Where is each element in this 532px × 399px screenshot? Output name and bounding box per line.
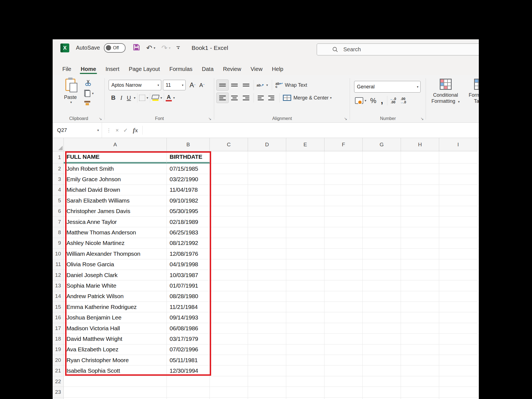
merge-center-button[interactable]: Merge & Center ▾ [281,93,333,103]
italic-button[interactable]: I [117,94,125,101]
cell-B12[interactable]: 10/03/1987 [167,270,210,280]
row-header-21[interactable]: 21 [53,365,64,376]
copy-button[interactable]: ▾ [84,90,94,97]
cell-A7[interactable]: Jessica Anne Taylor [64,217,167,227]
cell-B22[interactable] [167,376,210,387]
cell-G13[interactable] [363,280,401,291]
cell-H20[interactable] [401,355,439,365]
cell-A5[interactable]: Sarah Elizabeth Williams [64,195,167,206]
cell-I19[interactable] [439,344,477,355]
cell-I11[interactable] [439,259,477,270]
cell-A18[interactable]: David Matthew Wright [64,334,167,344]
cell-E1[interactable] [286,151,324,163]
clipboard-dialog-launcher-icon[interactable]: ↘ [99,116,102,121]
cell-E12[interactable] [286,270,324,280]
row-header-15[interactable]: 15 [53,302,64,312]
cell-E9[interactable] [286,238,324,249]
cell-C15[interactable] [210,302,248,312]
undo-icon[interactable]: ↶ [146,44,152,52]
cell-G16[interactable] [363,312,401,323]
cell-D5[interactable] [248,195,286,206]
cell-D2[interactable] [248,163,286,174]
cell-I18[interactable] [439,334,477,344]
cell-H11[interactable] [401,259,439,270]
cell-I17[interactable] [439,323,477,334]
tab-formulas[interactable]: Formulas [165,63,197,75]
cell-C24[interactable] [210,398,248,399]
cell-H13[interactable] [401,280,439,291]
cell-H2[interactable] [401,163,439,174]
cell-C9[interactable] [210,238,248,249]
tab-file[interactable]: File [58,63,76,75]
number-dialog-launcher-icon[interactable]: ↘ [420,116,424,121]
row-header-4[interactable]: 4 [53,185,64,195]
middle-align-button[interactable] [229,80,240,90]
cell-E18[interactable] [286,334,324,344]
cell-H21[interactable] [401,365,439,376]
cell-F3[interactable] [324,174,363,185]
cell-E2[interactable] [286,163,324,174]
accounting-format-button[interactable] [355,97,363,104]
cell-F1[interactable] [324,151,363,163]
cell-D6[interactable] [248,206,286,217]
cell-H5[interactable] [401,195,439,206]
column-header-H[interactable]: H [401,138,439,151]
cell-F23[interactable] [324,387,363,397]
orientation-button[interactable]: ab↗ [255,80,265,90]
row-header-12[interactable]: 12 [53,270,64,280]
cell-A8[interactable]: Matthew Thomas Anderson [64,227,167,238]
cell-D19[interactable] [248,344,286,355]
cell-H9[interactable] [401,238,439,249]
cell-C14[interactable] [210,291,248,302]
cell-H23[interactable] [401,387,439,397]
row-header-11[interactable]: 11 [53,259,64,270]
increase-decimal-button[interactable]: ←.0.00 [390,97,396,104]
cell-I5[interactable] [439,195,477,206]
select-all-corner[interactable] [53,138,64,151]
cell-E20[interactable] [286,355,324,365]
align-center-button[interactable] [229,93,240,103]
cell-C6[interactable] [210,206,248,217]
cell-F16[interactable] [324,312,363,323]
cell-B3[interactable]: 03/22/1990 [167,174,210,185]
cell-H10[interactable] [401,249,439,259]
cell-B1[interactable]: BIRTHDATE [167,151,210,163]
cell-H16[interactable] [401,312,439,323]
cell-D1[interactable] [248,151,286,163]
cell-F8[interactable] [324,227,363,238]
cell-A20[interactable]: Ryan Christopher Moore [64,355,167,365]
excel-app-icon[interactable]: X [60,44,69,52]
name-box-splitter-icon[interactable]: ⋮ [106,127,111,133]
cell-A2[interactable]: John Robert Smith [64,163,167,174]
enter-icon[interactable]: ✓ [123,127,128,134]
cancel-icon[interactable]: × [116,127,119,134]
cell-H6[interactable] [401,206,439,217]
row-header-20[interactable]: 20 [53,355,64,365]
cell-A17[interactable]: Madison Victoria Hall [64,323,167,334]
cell-F21[interactable] [324,365,363,376]
cell-H17[interactable] [401,323,439,334]
cell-B21[interactable]: 12/30/1994 [167,365,210,376]
cell-B7[interactable]: 02/18/1989 [167,217,210,227]
cut-button[interactable] [85,79,91,86]
tab-home[interactable]: Home [76,63,101,75]
cell-C19[interactable] [210,344,248,355]
cell-I22[interactable] [439,376,477,387]
cell-I4[interactable] [439,185,477,195]
cell-I1[interactable] [439,151,477,163]
row-header-18[interactable]: 18 [53,334,64,344]
tab-view[interactable]: View [246,63,267,75]
cell-E16[interactable] [286,312,324,323]
cell-I10[interactable] [439,249,477,259]
cell-F20[interactable] [324,355,363,365]
cell-E3[interactable] [286,174,324,185]
cell-F13[interactable] [324,280,363,291]
bold-button[interactable]: B [109,94,117,101]
row-header-24[interactable]: 24 [53,398,64,399]
cell-D9[interactable] [248,238,286,249]
cell-E24[interactable] [286,398,324,399]
row-header-5[interactable]: 5 [53,195,64,206]
row-header-13[interactable]: 13 [53,280,64,291]
row-header-3[interactable]: 3 [53,174,64,185]
conditional-formatting-button[interactable]: Conditional Formatting ▾ [430,78,461,116]
